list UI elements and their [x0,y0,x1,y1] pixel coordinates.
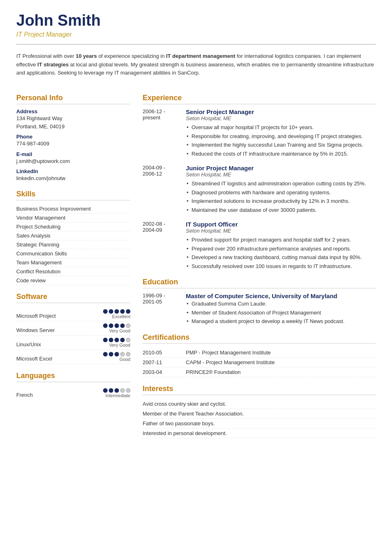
email-label: E-mail [16,151,130,157]
certification-entry: 2007-11CAPM - Project Management Institu… [143,358,376,367]
language-name: French [16,392,33,398]
exp-bullet: Prepared over 200 infrastructure perform… [186,244,376,253]
experience-entry: 2002-08 - 2004-09IT Support OfficerSeton… [143,221,376,270]
dot-filled [115,352,119,356]
linkedin-block: LinkedIn linkedin.com/johnutw [16,168,130,182]
exp-org: Seton Hospital, ME [186,115,376,121]
linkedin-value: linkedin.com/johnutw [16,174,130,182]
dot-empty [126,352,130,356]
skill-item: Team Management [16,258,130,267]
software-item: Microsoft ExcelGood [16,350,130,364]
dot-empty [120,352,125,356]
dot-filled [103,338,108,342]
cert-date: 2010-05 [143,350,179,356]
phone-value: 774-987-4009 [16,140,130,148]
interest-item: Interested in personal development. [143,429,376,438]
skill-item: Business Process Improvement [16,204,130,213]
skill-item: Vendor Management [16,213,130,222]
address-line1: 134 Rightward Way [16,114,130,123]
cert-date: 2003-04 [143,369,179,375]
software-name: Windows Server [16,327,55,333]
rating-label: Good [119,357,130,362]
software-list: Microsoft ProjectExcellentWindows Server… [16,307,130,364]
education-entry: 1996-09 - 2001-05Master of Computer Scie… [143,292,376,326]
exp-bullet: Responsible for creating, improving, and… [186,132,376,141]
software-item: Linux/UnixVery Good [16,336,130,350]
interests-title: Interests [143,385,376,395]
edu-date: 1996-09 - 2001-05 [143,292,179,326]
dot-empty [126,338,130,342]
exp-date: 2006-12 - present [143,108,179,158]
phone-label: Phone [16,134,130,140]
exp-bullet: Streamlined IT logistics and administrat… [186,179,376,188]
exp-title: IT Support Officer [186,221,376,228]
software-title: Software [16,292,130,303]
right-column: Experience 2006-12 - presentSenior Proje… [143,86,376,438]
education-list: 1996-09 - 2001-05Master of Computer Scie… [143,292,376,326]
dot-filled [120,323,125,328]
interest-item: Avid cross country skier and cyclist. [143,399,376,409]
software-rating: Very Good [103,323,130,333]
software-rating: Good [103,352,130,362]
exp-bullets: Oversaw all major hospital IT projects f… [186,123,376,158]
exp-bullet: Implemented solutions to increase produc… [186,197,376,206]
exp-bullet: Implemented the highly successful Lean T… [186,141,376,149]
interests-list: Avid cross country skier and cyclist.Mem… [143,399,376,438]
linkedin-label: LinkedIn [16,168,130,174]
email-block: E-mail j.smith@uptowork.com [16,151,130,165]
edu-bullets: Graduated Summa Cum Laude.Member of Stud… [186,299,345,326]
rating-label: Intermediate [106,393,130,398]
exp-bullet: Successfully resolved over 100 issues in… [186,262,376,271]
exp-bullet: Provided support for project managers an… [186,235,376,244]
edu-bullet: Managed a student project to develop a w… [186,317,345,326]
software-name: Microsoft Excel [16,356,52,362]
email-value: j.smith@uptowork.com [16,157,130,165]
experience-list: 2006-12 - presentSenior Project ManagerS… [143,108,376,270]
exp-bullet: Reduced the costs of IT infrastructure m… [186,149,376,158]
dot-filled [103,323,108,328]
exp-title: Junior Project Manager [186,165,376,171]
dot-filled [103,352,108,356]
certifications-list: 2010-05PMP - Project Management Institut… [143,348,376,377]
dot-filled [103,309,108,314]
interest-item: Member of the Parent Teacher Association… [143,409,376,419]
experience-title: Experience [143,94,376,104]
exp-org: Seton Hospital, ME [186,171,376,178]
dot-filled [115,388,119,393]
exp-date: 2002-08 - 2004-09 [143,221,179,270]
resume-header: John Smith IT Project Manager [16,12,376,45]
dot-empty [126,323,130,328]
language-item: FrenchIntermediate [16,386,130,400]
dot-filled [115,309,119,314]
dot-empty [126,388,130,393]
dot-empty [120,388,125,393]
dot-filled [109,388,113,393]
languages-list: FrenchIntermediate [16,386,130,400]
skill-item: Sales Analysis [16,231,130,240]
software-rating: Very Good [103,338,130,347]
certification-entry: 2003-04PRINCE2® Foundation [143,367,376,377]
exp-date: 2004-09 - 2006-12 [143,165,179,214]
dot-filled [109,352,113,356]
rating-label: Very Good [109,328,130,333]
dot-filled [109,338,113,342]
software-item: Microsoft ProjectExcellent [16,307,130,321]
personal-info-title: Personal Info [16,94,130,104]
main-content: Personal Info Address 134 Rightward Way … [16,86,376,438]
exp-content: Senior Project ManagerSeton Hospital, ME… [186,108,376,158]
edu-bullet: Member of Student Association of Project… [186,308,345,317]
edu-bullet: Graduated Summa Cum Laude. [186,299,345,308]
dot-filled [103,388,108,393]
skill-item: Project Scheduling [16,222,130,231]
candidate-name: John Smith [16,12,376,29]
exp-content: IT Support OfficerSeton Hospital, MEProv… [186,221,376,270]
software-name: Microsoft Project [16,313,56,319]
exp-bullet: Maintained the user database of over 300… [186,206,376,215]
skill-item: Conflict Resolution [16,267,130,276]
dot-filled [115,323,119,328]
skill-item: Communication Skills [16,249,130,258]
rating-label: Excellent [112,314,130,319]
exp-bullets: Streamlined IT logistics and administrat… [186,179,376,214]
languages-title: Languages [16,372,130,382]
skills-title: Skills [16,190,130,200]
